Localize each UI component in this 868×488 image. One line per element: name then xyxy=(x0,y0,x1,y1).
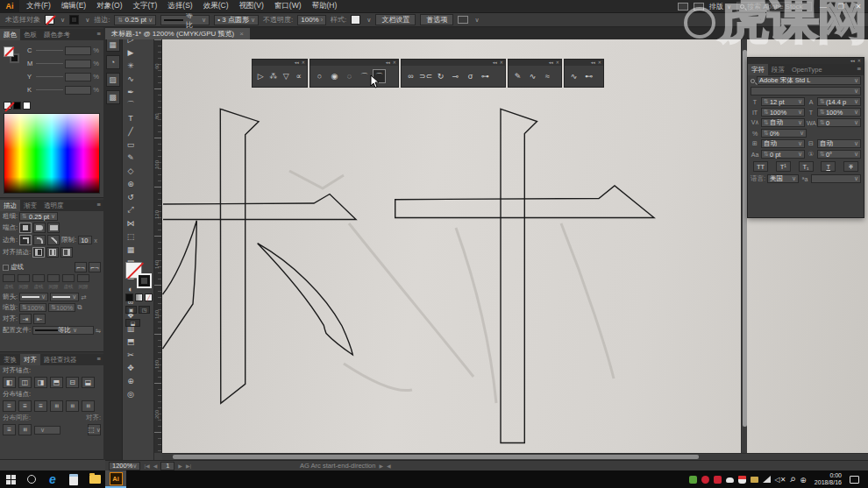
plugin-tool-button[interactable]: ∞ xyxy=(404,69,417,83)
plugin-tool-button[interactable]: ✎ xyxy=(511,69,524,83)
arrowhead-start[interactable]: ∨ xyxy=(19,293,48,301)
link-tray-icon[interactable]: ⚲ xyxy=(788,475,798,484)
menu-item[interactable]: 视图(V) xyxy=(234,1,269,11)
align-button[interactable]: ⊟ xyxy=(66,377,79,388)
close-icon[interactable]: ✕ xyxy=(500,60,503,65)
align-button[interactable]: ◫ xyxy=(18,377,32,388)
plugin-tool-button[interactable]: ↻ xyxy=(434,69,447,83)
plugin-tool-button[interactable]: ▷ xyxy=(255,69,267,83)
stroke-weight-field[interactable]: ⇅ 0.25 pt∨ xyxy=(114,15,156,25)
stroke-swatch[interactable] xyxy=(69,15,79,25)
distribute-button[interactable]: ≡ xyxy=(82,400,95,412)
collapse-icon[interactable]: ◂◂ xyxy=(386,60,390,65)
collapse-icon[interactable]: ◂◂ xyxy=(493,60,497,65)
tool-button[interactable]: ✂ xyxy=(123,348,139,361)
channel-row[interactable]: C % xyxy=(25,44,102,57)
arrow-scale-x[interactable]: ⇅100% xyxy=(19,303,46,312)
tool-button[interactable]: T xyxy=(123,111,139,124)
tray-icon[interactable] xyxy=(714,476,722,484)
type-style-button[interactable]: T xyxy=(843,161,858,172)
tool-button[interactable]: ✳ xyxy=(123,59,139,72)
horizontal-scale-field[interactable]: ⇅100%∨ xyxy=(817,108,861,117)
tool-button[interactable]: ⤢ xyxy=(123,203,139,216)
distribute-button[interactable]: ≡ xyxy=(34,400,47,412)
menu-item[interactable]: 效果(C) xyxy=(198,1,234,11)
spacing-v-button[interactable]: ≡ xyxy=(18,424,32,435)
tool-button[interactable]: ∿ xyxy=(123,72,139,85)
preferences-button[interactable]: 首选项 xyxy=(420,14,453,25)
arrowhead-end[interactable]: ∨ xyxy=(50,293,79,301)
color-spectrum[interactable] xyxy=(4,113,100,194)
weight-field[interactable]: ⇅ 0.25 pt∨ xyxy=(19,212,58,221)
horizontal-scrollbar[interactable] xyxy=(162,453,868,460)
collapsed-panel-icon[interactable]: ▨ xyxy=(106,73,120,87)
tool-button[interactable]: ▭ xyxy=(123,138,139,151)
proportional-spacing-field[interactable]: ⇅0%∨ xyxy=(761,129,807,138)
plugin-tool-button[interactable]: ○ xyxy=(313,69,326,83)
close-icon[interactable]: ✕ xyxy=(556,60,559,65)
font-style-field[interactable]: ∨ xyxy=(751,87,861,95)
menu-item[interactable]: 窗口(W) xyxy=(269,1,307,11)
width-profile-field[interactable]: 等比∨ xyxy=(32,326,94,335)
bevel-join-button[interactable] xyxy=(47,235,60,245)
artboard-number-field[interactable]: 1 xyxy=(160,462,174,470)
menu-item[interactable]: 帮助(H) xyxy=(307,1,343,11)
menu-item[interactable]: 对象(O) xyxy=(91,1,127,11)
round-join-button[interactable] xyxy=(33,235,46,245)
style-swatch[interactable] xyxy=(351,15,360,25)
align-button[interactable]: ⬓ xyxy=(82,377,95,388)
tab-character[interactable]: 字符 xyxy=(748,64,768,75)
plugin-tool-button[interactable]: ◉ xyxy=(328,69,341,83)
tab-pathfinder[interactable]: 路径查找器 xyxy=(40,354,81,365)
tray-icon[interactable] xyxy=(763,476,771,483)
none-swatch[interactable] xyxy=(4,102,11,110)
menu-item[interactable]: 文字(T) xyxy=(127,1,162,11)
panel-menu-icon[interactable]: ≡ xyxy=(95,200,103,211)
space-right-field[interactable]: 自动∨ xyxy=(817,139,861,148)
gradient-mode-button[interactable] xyxy=(135,294,143,301)
close-icon[interactable]: ✕ xyxy=(857,59,861,63)
tool-button[interactable]: ✒ xyxy=(123,85,139,98)
taskbar-clock[interactable]: 0:002018/8/16 xyxy=(815,472,842,486)
font-family-field[interactable]: Adobe 宋体 Std L∨ xyxy=(757,76,861,85)
tool-button[interactable]: ✥ xyxy=(123,361,139,374)
close-icon[interactable]: ✕ xyxy=(393,60,396,65)
miter-limit-field[interactable]: 10 xyxy=(78,236,92,244)
dash-field[interactable]: 间隙 xyxy=(47,274,60,291)
plugin-tool-button[interactable]: ⌒ xyxy=(358,69,371,83)
zoom-level-field[interactable]: 1200%∨ xyxy=(109,462,140,470)
calculator-icon[interactable] xyxy=(63,470,84,488)
tool-button[interactable]: ⋈ xyxy=(123,216,139,230)
action-center-icon[interactable] xyxy=(850,476,859,484)
tool-button[interactable]: ▦ xyxy=(123,243,139,256)
variable-width-profile[interactable]: 等比∨ xyxy=(160,15,210,25)
close-tab-icon[interactable]: × xyxy=(239,30,244,38)
type-style-button[interactable]: T¹ xyxy=(776,161,791,172)
align-to-selector[interactable]: ⬚∨ xyxy=(88,424,101,435)
menu-item[interactable]: 编辑(E) xyxy=(56,1,91,11)
tracking-field[interactable]: ⇅0∨ xyxy=(817,118,861,127)
align-button[interactable]: ⬒ xyxy=(50,377,63,388)
tray-icon[interactable] xyxy=(726,477,734,483)
next-artboard-icon[interactable]: ▶ xyxy=(178,463,182,469)
tool-button[interactable]: ▶ xyxy=(123,46,139,59)
swap-arrowheads-icon[interactable]: ⇄ xyxy=(81,294,86,301)
workspace-switcher[interactable]: 排版 ∨ xyxy=(709,2,731,11)
draw-behind-button[interactable]: ◳ xyxy=(139,306,150,314)
none-mode-button[interactable]: ╱ xyxy=(145,294,153,301)
spacing-value-field[interactable]: ∨ xyxy=(34,426,60,435)
draw-normal-button[interactable]: ▣ xyxy=(125,306,137,314)
panel-menu-icon[interactable]: ≡ xyxy=(95,29,103,40)
status-expand-icon[interactable]: ▶ xyxy=(379,463,383,469)
plugin-tool-button[interactable]: ⁂ xyxy=(268,69,280,83)
distribute-button[interactable]: ≡ xyxy=(66,400,79,412)
tray-icon[interactable] xyxy=(701,476,709,484)
cortana-button[interactable] xyxy=(21,470,42,488)
stroke-color-well[interactable] xyxy=(137,273,152,288)
align-stroke-outside-button[interactable] xyxy=(60,247,73,258)
channel-row[interactable]: K % xyxy=(25,83,102,96)
document-layout-icon[interactable] xyxy=(694,3,704,11)
align-button[interactable]: ◨ xyxy=(34,377,47,388)
anti-alias-field[interactable]: ∨ xyxy=(811,174,861,183)
tool-button[interactable]: ⬒ xyxy=(123,335,139,348)
